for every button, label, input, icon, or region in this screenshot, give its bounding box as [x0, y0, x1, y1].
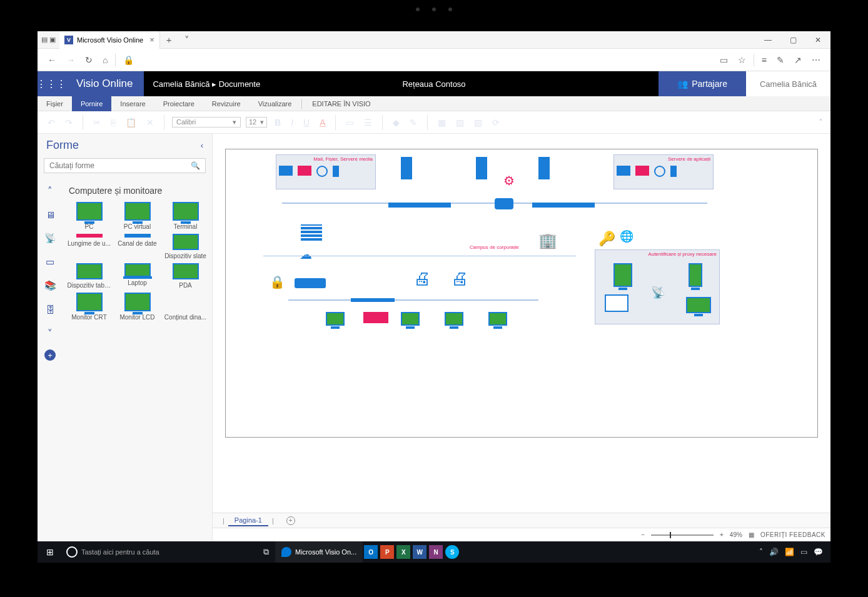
- font-size-select[interactable]: 12▾: [246, 117, 267, 128]
- close-window-icon[interactable]: ✕: [805, 36, 830, 44]
- network-diagram[interactable]: Mail, Fișier, Servere media: [225, 149, 818, 438]
- breadcrumb[interactable]: Camelia Bănică ▸ Documente: [144, 79, 269, 89]
- page-tab[interactable]: Pagina-1: [228, 515, 268, 526]
- wifi-icon[interactable]: 📡: [651, 286, 665, 299]
- tray-chevron-icon[interactable]: ˄: [759, 548, 763, 556]
- minimize-icon[interactable]: —: [755, 36, 780, 44]
- rail-up-icon[interactable]: ˄: [43, 183, 58, 198]
- italic-icon[interactable]: I: [288, 118, 296, 128]
- maximize-icon[interactable]: ▢: [780, 36, 805, 44]
- back-icon[interactable]: ←: [43, 55, 61, 65]
- mail-servers-group[interactable]: Mail, Fișier, Servere media: [276, 154, 376, 189]
- shape-item[interactable]: PC virtual: [114, 202, 160, 230]
- skype-icon[interactable]: S: [445, 545, 459, 559]
- send-back-icon[interactable]: ▧: [472, 118, 485, 128]
- new-tab-icon[interactable]: +: [160, 34, 178, 45]
- ribbon-tab-view[interactable]: Vizualizare: [250, 96, 301, 111]
- stencil-detailed-icon[interactable]: 📚: [43, 278, 58, 293]
- tablet-pen-icon[interactable]: [613, 263, 632, 287]
- ribbon-tab-file[interactable]: Fișier: [38, 96, 72, 111]
- notifications-icon[interactable]: 💬: [814, 548, 823, 556]
- lock-icon[interactable]: 🔒: [270, 274, 285, 289]
- text-box-icon[interactable]: ▭: [343, 118, 356, 128]
- stencil-wireless-icon[interactable]: 📡: [43, 231, 58, 246]
- volume-icon[interactable]: 🔊: [769, 548, 779, 556]
- more-icon[interactable]: ⋯: [807, 55, 825, 65]
- browser-tab[interactable]: V Microsoft Visio Online ×: [59, 31, 160, 49]
- taskbar-app-edge[interactable]: Microsoft Visio On...: [275, 541, 363, 563]
- notes-icon[interactable]: ✎: [772, 55, 789, 65]
- switch-icon[interactable]: [295, 278, 326, 288]
- add-page-icon[interactable]: +: [286, 516, 295, 525]
- shape-item[interactable]: PC: [66, 202, 112, 230]
- system-tray[interactable]: ˄ 🔊 📶 ▭ 💬: [752, 548, 830, 556]
- tab-chevron-icon[interactable]: ˅: [178, 34, 196, 46]
- word-icon[interactable]: W: [413, 545, 426, 559]
- onenote-icon[interactable]: N: [429, 545, 443, 559]
- app-launcher-icon[interactable]: ⋮⋮⋮: [38, 71, 65, 96]
- bold-icon[interactable]: B: [272, 118, 283, 128]
- brand-title[interactable]: Visio Online: [65, 71, 144, 96]
- search-icon[interactable]: 🔍: [186, 161, 205, 170]
- shapes-search[interactable]: 🔍: [44, 158, 206, 173]
- stencil-rack-icon[interactable]: ▭: [43, 254, 58, 269]
- ime-icon[interactable]: ▭: [800, 548, 807, 556]
- powerpoint-icon[interactable]: P: [380, 545, 394, 559]
- shape-outline-icon[interactable]: ✎: [407, 118, 420, 128]
- cloud-icon[interactable]: ☁: [300, 247, 312, 262]
- user-name[interactable]: Camelia Bănică: [746, 71, 830, 96]
- font-color-icon[interactable]: A: [317, 118, 328, 128]
- rack-icon[interactable]: [363, 312, 388, 323]
- printer2-icon[interactable]: 🖨: [451, 268, 468, 289]
- font-select[interactable]: Calibri▾: [172, 117, 241, 128]
- collapse-ribbon-icon[interactable]: ˄: [819, 118, 823, 128]
- cut-icon[interactable]: ✂: [91, 118, 103, 128]
- refresh-icon[interactable]: ↻: [80, 55, 98, 65]
- feedback-link[interactable]: OFERIȚI FEEDBACK: [760, 531, 825, 538]
- shape-item[interactable]: Terminal: [163, 202, 208, 230]
- wifi-tray-icon[interactable]: 📶: [785, 548, 794, 556]
- close-tab-icon[interactable]: ×: [149, 35, 154, 44]
- shape-item[interactable]: Monitor CRT: [66, 293, 112, 321]
- redo-icon[interactable]: ↷: [63, 118, 75, 128]
- add-stencil-icon[interactable]: +: [44, 349, 56, 361]
- stencil-computers-icon[interactable]: 🖥: [43, 207, 58, 222]
- forward-icon[interactable]: →: [61, 55, 80, 65]
- ribbon-tab-insert[interactable]: Inserare: [111, 96, 154, 111]
- rotate-icon[interactable]: ⟳: [490, 118, 502, 128]
- firewall-icon[interactable]: [301, 224, 322, 241]
- cortana-icon[interactable]: [66, 546, 78, 558]
- shape-item[interactable]: Dispozitiv tabletă: [66, 263, 112, 289]
- shape-item[interactable]: Canal de date: [114, 234, 160, 259]
- zoom-slider[interactable]: [651, 534, 714, 536]
- key-icon[interactable]: 🔑: [598, 231, 615, 247]
- undo-icon[interactable]: ↶: [45, 118, 58, 128]
- zoom-out-icon[interactable]: −: [641, 531, 645, 538]
- shape-item[interactable]: Lungime de u...: [66, 234, 112, 259]
- collapse-shapes-icon[interactable]: ‹: [201, 141, 203, 150]
- excel-icon[interactable]: X: [396, 545, 410, 559]
- shape-item[interactable]: Conținut dina...: [163, 293, 208, 321]
- start-icon[interactable]: ⊞: [38, 547, 63, 557]
- home-icon[interactable]: ⌂: [98, 55, 113, 65]
- favorite-icon[interactable]: ☆: [733, 55, 751, 65]
- copy-icon[interactable]: ⎘: [108, 118, 118, 128]
- building-icon[interactable]: 🏢: [538, 232, 557, 249]
- pc-2[interactable]: [401, 312, 420, 326]
- canvas[interactable]: Mail, Fișier, Servere media: [213, 134, 830, 513]
- zoom-in-icon[interactable]: +: [720, 531, 724, 538]
- delete-icon[interactable]: ✕: [144, 118, 156, 128]
- shape-item[interactable]: Laptop: [114, 263, 160, 289]
- document-title[interactable]: Rețeaua Contoso: [402, 79, 465, 89]
- stencil-servers-icon[interactable]: 🗄: [43, 302, 58, 317]
- rail-down-icon[interactable]: ˅: [43, 326, 58, 341]
- slate-icon[interactable]: [686, 297, 711, 313]
- outlook-icon[interactable]: O: [364, 545, 378, 559]
- ribbon-tab-design[interactable]: Proiectare: [154, 96, 203, 111]
- cluster-icon[interactable]: ⚙: [503, 173, 515, 188]
- pc-1[interactable]: [326, 312, 345, 326]
- globe-icon[interactable]: 🌐: [620, 229, 633, 243]
- printer-icon[interactable]: 🖨: [413, 268, 431, 289]
- group-icon[interactable]: ▦: [435, 118, 448, 128]
- shapes-search-input[interactable]: [44, 159, 186, 173]
